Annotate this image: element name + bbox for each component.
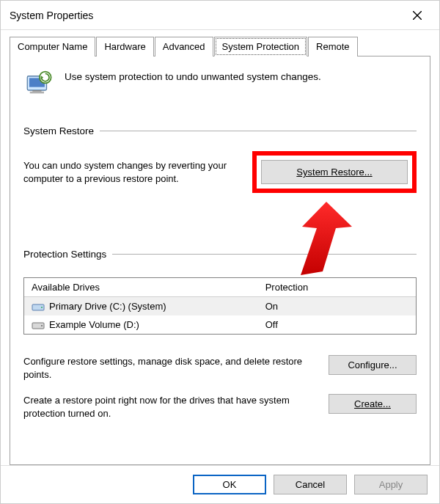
divider xyxy=(112,254,417,255)
table-row[interactable]: Primary Drive (C:) (System) On xyxy=(24,297,416,315)
close-icon[interactable] xyxy=(404,2,430,29)
monitor-restore-icon xyxy=(23,70,54,101)
drive-name: Primary Drive (C:) (System) xyxy=(49,301,166,312)
tab-computer-name[interactable]: Computer Name xyxy=(10,37,95,56)
tab-system-protection[interactable]: System Protection xyxy=(214,37,308,56)
titlebar: System Properties xyxy=(1,1,439,30)
drives-header: Available Drives Protection xyxy=(24,278,416,297)
create-button[interactable]: Create... xyxy=(329,394,417,414)
drive-icon xyxy=(32,320,45,330)
configure-description: Configure restore settings, manage disk … xyxy=(23,355,318,381)
ok-button[interactable]: OK xyxy=(193,475,266,494)
restore-heading-label: System Restore xyxy=(23,125,94,136)
create-row: Create a restore point right now for the… xyxy=(23,394,417,420)
tabstrip: Computer Name Hardware Advanced System P… xyxy=(10,36,430,56)
tab-remote[interactable]: Remote xyxy=(308,37,358,56)
tabpanel-system-protection: Use system protection to undo unwanted s… xyxy=(10,56,430,465)
col-header-protection: Protection xyxy=(265,282,408,293)
tab-hardware[interactable]: Hardware xyxy=(96,37,153,56)
protection-heading-label: Protection Settings xyxy=(23,249,106,260)
table-row[interactable]: Example Volume (D:) Off xyxy=(24,315,416,334)
content-area: Computer Name Hardware Advanced System P… xyxy=(1,30,439,465)
system-properties-window: System Properties Computer Name Hardware… xyxy=(0,0,440,504)
drive-name: Example Volume (D:) xyxy=(49,319,139,330)
section-heading-restore: System Restore xyxy=(23,125,417,136)
apply-button[interactable]: Apply xyxy=(354,475,428,494)
highlight-annotation: System Restore... xyxy=(252,151,417,193)
divider xyxy=(100,131,417,131)
svg-rect-4 xyxy=(32,90,41,92)
restore-row: You can undo system changes by reverting… xyxy=(23,151,417,193)
create-description: Create a restore point right now for the… xyxy=(23,394,318,420)
svg-rect-5 xyxy=(30,92,44,94)
dialog-footer: OK Cancel Apply xyxy=(1,465,439,503)
drive-status: On xyxy=(265,301,408,312)
window-title: System Properties xyxy=(10,10,404,21)
configure-row: Configure restore settings, manage disk … xyxy=(23,355,417,381)
intro-text: Use system protection to undo unwanted s… xyxy=(65,70,321,82)
section-heading-protection: Protection Settings xyxy=(23,249,417,260)
intro-row: Use system protection to undo unwanted s… xyxy=(23,70,417,101)
configure-button[interactable]: Configure... xyxy=(329,355,417,375)
tab-advanced[interactable]: Advanced xyxy=(155,37,213,56)
system-restore-button[interactable]: System Restore... xyxy=(261,160,408,184)
drives-table: Available Drives Protection Primary Driv… xyxy=(23,277,417,335)
drive-icon xyxy=(32,302,45,312)
svg-point-10 xyxy=(41,307,43,308)
restore-description: You can undo system changes by reverting… xyxy=(23,159,242,185)
drive-status: Off xyxy=(265,319,408,330)
svg-point-12 xyxy=(41,325,43,326)
cancel-button[interactable]: Cancel xyxy=(274,475,347,494)
col-header-drives: Available Drives xyxy=(32,282,265,293)
